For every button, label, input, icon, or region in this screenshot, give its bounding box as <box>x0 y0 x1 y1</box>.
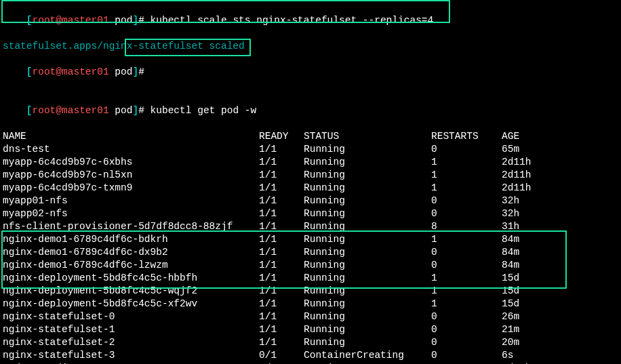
prompt-line-scale: [root@master01 pod]# kubectl scale sts n… <box>3 1 618 40</box>
cell-restarts: 0 <box>431 259 502 272</box>
col-status: STATUS <box>304 130 431 143</box>
table-row: myapp-6c4cd9b97c-nl5xn1/1Running12d11h <box>3 169 618 182</box>
cell-status: Running <box>304 207 431 220</box>
cell-status: Running <box>304 195 431 207</box>
table-row: myapp-6c4cd9b97c-6xbhs1/1Running12d11h <box>3 156 618 169</box>
cell-name: myapp-6c4cd9b97c-6xbhs <box>3 156 259 169</box>
table-row: myapp01-nfs1/1Running032h <box>3 195 618 207</box>
cell-age: 2d11h <box>502 169 532 182</box>
cell-status: Running <box>304 143 431 156</box>
cell-restarts: 1 <box>431 182 502 195</box>
cell-ready: 1/1 <box>259 323 304 336</box>
cell-restarts: 0 <box>431 207 502 220</box>
cell-ready: 1/1 <box>259 336 304 349</box>
cell-restarts: 1 <box>431 272 502 285</box>
table-row: nginx-statefulset-21/1Running020m <box>3 336 618 349</box>
table-row: nfs-client-provisioner-5d7df8dcc8-88zjf1… <box>3 220 618 233</box>
cell-age: 84m <box>502 246 519 259</box>
cell-age: 20m <box>502 336 519 349</box>
cell-ready: 1/1 <box>259 182 304 195</box>
table-row: myapp-6c4cd9b97c-txmn91/1Running12d11h <box>3 182 618 195</box>
prompt-open: [ <box>26 15 33 26</box>
cell-status: Running <box>304 336 431 349</box>
table-row: nginx-demo1-6789c4df6c-bdkrh1/1Running18… <box>3 233 618 246</box>
cell-restarts: 1 <box>431 169 502 182</box>
cell-status: Running <box>304 272 431 285</box>
cell-age: 6s <box>502 349 513 362</box>
cmd-watch: kubectl get pod -w <box>151 105 257 116</box>
cell-ready: 1/1 <box>259 195 304 207</box>
cell-name: nginx-deployment-5bd8fc4c5c-xf2wv <box>3 298 259 310</box>
cell-restarts: 0 <box>431 195 502 207</box>
cell-ready: 1/1 <box>259 298 304 310</box>
cell-status: Running <box>304 323 431 336</box>
terminal[interactable]: [root@master01 pod]# kubectl scale sts n… <box>0 0 621 364</box>
cell-status: Running <box>304 156 431 169</box>
cell-status: Running <box>304 169 431 182</box>
cell-age: 26m <box>502 310 519 323</box>
cell-name: nginx-statefulset-1 <box>3 323 259 336</box>
cell-ready: 0/1 <box>259 349 304 362</box>
table-row: myapp02-nfs1/1Running032h <box>3 207 618 220</box>
cell-status: Running <box>304 298 431 310</box>
cell-ready: 1/1 <box>259 143 304 156</box>
prompt-line-empty: [root@master01 pod]# <box>3 53 618 92</box>
cell-age: 2d11h <box>502 156 532 169</box>
table-row: nginx-statefulset-30/1ContainerCreating0… <box>3 349 618 362</box>
cell-age: 32h <box>502 207 519 220</box>
prompt-line-watch: [root@master01 pod]# kubectl get pod -w <box>3 92 618 130</box>
cell-ready: 1/1 <box>259 169 304 182</box>
cell-age: 65m <box>502 143 519 156</box>
prompt-close: ] <box>132 15 138 26</box>
cell-name: nginx-deployment-5bd8fc4c5c-hbbfh <box>3 272 259 285</box>
cell-name: myapp-6c4cd9b97c-nl5xn <box>3 169 259 182</box>
table-row: dns-test1/1Running065m <box>3 143 618 156</box>
cell-age: 15d <box>502 298 519 310</box>
cell-age: 15d <box>502 272 519 285</box>
scale-response: statefulset.apps/nginx-statefulset scale… <box>3 40 618 53</box>
cell-status: Running <box>304 259 431 272</box>
cell-status: Running <box>304 246 431 259</box>
cell-name: myapp01-nfs <box>3 195 259 207</box>
cell-age: 31h <box>502 220 519 233</box>
cell-age: 21m <box>502 323 519 336</box>
table-row: nginx-demo1-6789c4df6c-dx9b21/1Running08… <box>3 246 618 259</box>
table-row: nginx-demo1-6789c4df6c-lzwzm1/1Running08… <box>3 259 618 272</box>
cell-name: nginx-statefulset-2 <box>3 336 259 349</box>
cell-ready: 1/1 <box>259 285 304 298</box>
cell-restarts: 1 <box>431 298 502 310</box>
prompt-user: root@master01 <box>33 15 109 26</box>
table-row: nginx-deployment-5bd8fc4c5c-hbbfh1/1Runn… <box>3 272 618 285</box>
table-body: dns-test1/1Running065mmyapp-6c4cd9b97c-6… <box>3 143 618 364</box>
cell-ready: 1/1 <box>259 233 304 246</box>
cell-status: Running <box>304 310 431 323</box>
cell-name: nginx-deployment-5bd8fc4c5c-wqjf2 <box>3 285 259 298</box>
cell-ready: 1/1 <box>259 310 304 323</box>
cell-status: Running <box>304 285 431 298</box>
cell-restarts: 0 <box>431 246 502 259</box>
cell-age: 84m <box>502 259 519 272</box>
cell-age: 15d <box>502 285 519 298</box>
cell-name: nginx-demo1-6789c4df6c-bdkrh <box>3 233 259 246</box>
cell-restarts: 0 <box>431 310 502 323</box>
prompt-cwd: pod <box>109 15 133 26</box>
cell-status: ContainerCreating <box>304 349 431 362</box>
col-age: AGE <box>502 130 519 143</box>
cell-ready: 1/1 <box>259 259 304 272</box>
cell-restarts: 1 <box>431 285 502 298</box>
cell-name: nfs-client-provisioner-5d7df8dcc8-88zjf <box>3 220 259 233</box>
cell-restarts: 8 <box>431 220 502 233</box>
cell-age: 2d11h <box>502 182 532 195</box>
table-header: NAME READY STATUS RESTARTS AGE <box>3 130 618 143</box>
cell-name: myapp-6c4cd9b97c-txmn9 <box>3 182 259 195</box>
cmd-scale: kubectl scale sts nginx-statefulset --re… <box>151 15 434 26</box>
col-ready: READY <box>259 130 304 143</box>
cell-restarts: 1 <box>431 156 502 169</box>
cell-ready: 1/1 <box>259 156 304 169</box>
cell-name: nginx-demo1-6789c4df6c-dx9b2 <box>3 246 259 259</box>
table-row: nginx-statefulset-11/1Running021m <box>3 323 618 336</box>
table-row: nginx-deployment-5bd8fc4c5c-wqjf21/1Runn… <box>3 285 618 298</box>
cell-age: 32h <box>502 195 519 207</box>
cell-name: nginx-statefulset-0 <box>3 310 259 323</box>
cell-restarts: 0 <box>431 143 502 156</box>
